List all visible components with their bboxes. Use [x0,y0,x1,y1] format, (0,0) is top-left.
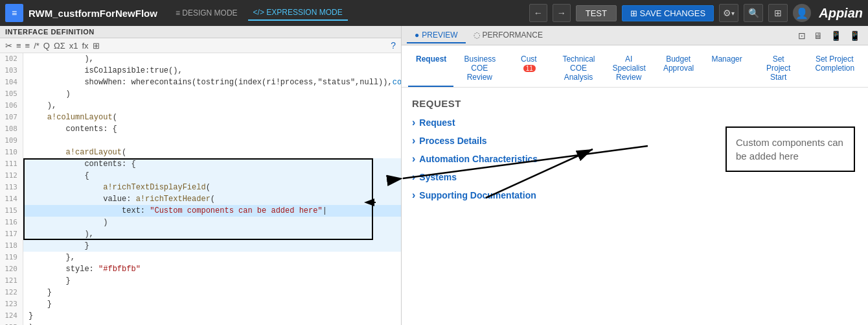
code-line: 106 ), [0,100,401,112]
code-line: 110 a!cardLayout( [0,147,401,158]
top-bar: ≡ RWM_custformForNewFlow ≡ DESIGN MODE <… [0,0,868,26]
search-icon: 🔍 [748,8,759,18]
app-title: RWM_custformForNewFlow [29,8,157,19]
code-line: 116 ) [0,217,401,228]
grid-icon: ⊞ [774,8,782,18]
code-line-active: 115 text: "Custom components can be adde… [0,205,401,217]
interface-def-bar: INTERFACE DEFINITION [0,26,401,38]
gear-button[interactable]: ⚙ ▾ [719,4,738,22]
code-line: 103 isCollapsible:true(), [0,65,401,77]
help-icon[interactable]: ? [391,40,396,51]
list-icon[interactable]: ≡ [16,41,21,51]
preview-tabs-bar: ● PREVIEW ◌ PERFORMANCE ⊡ 🖥 📱 📱 [402,26,868,45]
search-button[interactable]: 🔍 [744,4,763,22]
code-toolbar: ✂ ≡ ≡ /* Q ΩΣ x1 fx ⊞ ? [0,38,401,53]
nav-tab-set-project-completion[interactable]: Set ProjectCompletion [807,51,862,87]
tablet-icon[interactable]: 📱 [828,29,844,42]
preview-body: REQUEST Request Process Details Automati… [402,88,868,218]
code-editor[interactable]: 102 ), 103 isCollapsible:true(), 104 sho… [0,53,401,325]
nav-link-supporting-docs[interactable]: Supporting Documentation [412,189,858,201]
expression-mode-button[interactable]: </> EXPRESSION MODE [248,5,348,21]
code-panel: INTERFACE DEFINITION ✂ ≡ ≡ /* Q ΩΣ x1 fx… [0,26,402,325]
save-button[interactable]: ⊞ SAVE CHANGES [622,5,714,21]
chevron-down-icon: ▾ [731,10,735,17]
code-line: 114 value: a!richTextHeader( [0,193,401,205]
code-line: 108 contents: { [0,123,401,135]
section-title: REQUEST [412,98,858,109]
mobile-icon[interactable]: 📱 [847,29,863,42]
comment-icon[interactable]: /* [34,41,40,51]
omega-icon[interactable]: ΩΣ [54,41,65,51]
code-line: 125) [0,322,401,325]
cut-icon[interactable]: ✂ [5,41,12,51]
code-line: 107 a!columnLayout( [0,112,401,123]
fx-icon[interactable]: fx [82,41,88,51]
appian-logo: Appian [819,6,863,21]
nav-tab-ai-specialist[interactable]: AISpecialistReview [605,51,653,87]
code-line: 102 ), [0,53,401,65]
align-icon[interactable]: ≡ [25,41,30,51]
desktop-icon[interactable]: 🖥 [811,29,825,42]
undo-button[interactable]: ← [529,4,547,22]
preview-panel: ● PREVIEW ◌ PERFORMANCE ⊡ 🖥 📱 📱 Request … [402,26,868,325]
tab-preview[interactable]: ● PREVIEW [407,28,466,43]
code-line: 118 } [0,240,401,252]
x1-icon[interactable]: x1 [69,41,78,51]
code-line: 105 ) [0,88,401,100]
preview-device-icons: ⊡ 🖥 📱 📱 [795,29,863,42]
tab-performance[interactable]: ◌ PERFORMANCE [466,28,551,43]
gear-icon: ⚙ [723,8,731,18]
user-icon: 👤 [795,7,808,19]
avatar[interactable]: 👤 [793,4,811,22]
preview-content: Request BusinessCOEReview Cust 11 Techni… [402,45,868,325]
code-line: 123 } [0,298,401,310]
test-button[interactable]: TEST [576,5,617,21]
code-line: 112 { [0,170,401,182]
nav-tab-budget[interactable]: BudgetApproval [656,51,701,87]
code-line: 109 [0,135,401,147]
nav-tab-request[interactable]: Request [408,51,453,87]
nav-tab-business-coe[interactable]: BusinessCOEReview [456,51,503,87]
code-line: 111 contents: { [0,158,401,170]
performance-dot-icon: ◌ [474,30,480,40]
custom-components-box: Custom components can be added here [725,126,855,172]
design-mode-button[interactable]: ≡ DESIGN MODE [170,6,243,20]
redo-button[interactable]: → [553,4,571,22]
nav-link-systems[interactable]: Systems [412,171,858,183]
nav-tabs: Request BusinessCOEReview Cust 11 Techni… [402,45,868,88]
nav-tab-manager[interactable]: Manager [703,51,749,87]
code-line: 117 ), [0,228,401,240]
code-line: 124} [0,310,401,322]
code-line: 120 style: "#fbfbfb" [0,263,401,275]
grid-button[interactable]: ⊞ [768,4,788,22]
preview-dot-icon: ● [415,30,419,40]
search-code-icon[interactable]: Q [43,41,50,51]
code-line: 121 } [0,275,401,287]
nav-tab-cust[interactable]: Cust 11 [505,51,552,87]
code-line: 122 } [0,287,401,298]
expand-icon[interactable]: ⊡ [795,29,808,42]
code-line: 119 }, [0,252,401,263]
app-icon: ≡ [5,4,23,22]
code-line: 104 showWhen: wherecontains(tostring(ind… [0,77,401,88]
nav-tab-set-project-start[interactable]: Set ProjectStart [752,51,805,87]
main-layout: INTERFACE DEFINITION ✂ ≡ ≡ /* Q ΩΣ x1 fx… [0,26,868,325]
nav-tab-technical-coe[interactable]: TechnicalCOEAnalysis [554,51,602,87]
code-line: 113 a!richTextDisplayField( [0,182,401,193]
grid2-icon[interactable]: ⊞ [93,41,100,51]
